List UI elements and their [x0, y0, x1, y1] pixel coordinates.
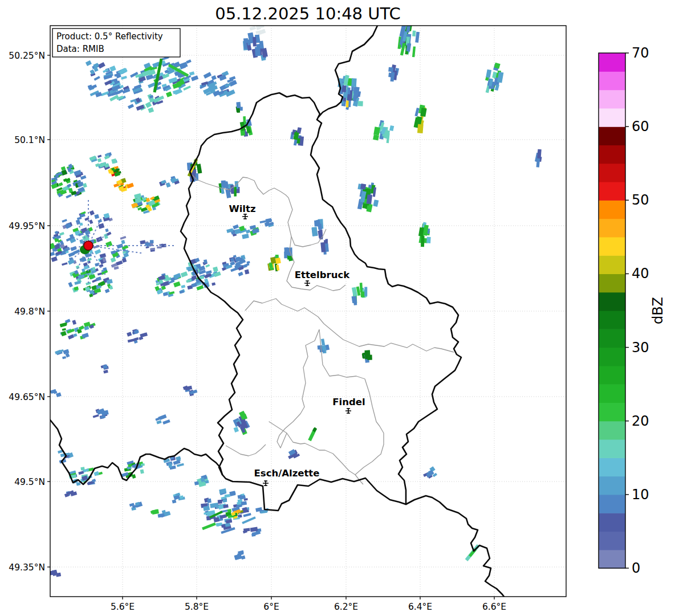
echo-cell	[161, 285, 166, 290]
echo-cell	[388, 67, 393, 72]
echo-cell	[105, 289, 110, 293]
y-tick-label: 49.35°N	[9, 562, 45, 573]
echo-cell	[246, 261, 250, 264]
echo-cell	[237, 502, 241, 505]
district-border-belt	[245, 299, 454, 352]
colorbar-tick-label: 50	[632, 192, 649, 208]
y-tick-label: 49.5°N	[14, 477, 45, 487]
echo-cell	[95, 249, 101, 255]
echo-cell	[255, 47, 261, 56]
echo-cell	[127, 183, 134, 189]
colorbar-tick-label: 70	[632, 45, 649, 61]
echo-cell	[145, 102, 152, 108]
district-border-north	[189, 172, 288, 198]
city-marker-icon	[263, 480, 269, 486]
x-tick-label: 6°E	[263, 602, 279, 612]
echo-cell	[80, 175, 87, 180]
echo-cell	[218, 500, 222, 504]
echo-streak	[242, 517, 255, 523]
colorbar-segment	[599, 255, 625, 274]
echo-cell	[128, 104, 134, 109]
echo-cell	[260, 221, 266, 223]
echo-cell	[76, 482, 81, 486]
echo-cell	[236, 102, 241, 108]
echo-cell	[103, 370, 108, 374]
colorbar-segment	[599, 53, 625, 72]
colorbar-axis-label: dBZ	[650, 297, 666, 324]
y-tick-label: 49.65°N	[9, 392, 45, 402]
echo-cell	[238, 272, 243, 276]
colorbar-tick-label: 40	[632, 266, 649, 282]
echo-cell	[148, 107, 154, 113]
colorbar-tick-label: 0	[632, 560, 640, 576]
echo-cell	[150, 240, 154, 243]
city-label: Esch/Alzette	[254, 468, 320, 479]
echo-cell	[156, 420, 161, 424]
echo-cell	[62, 328, 66, 331]
echo-cell	[68, 282, 72, 287]
echo-cell	[59, 232, 64, 236]
colorbar-segment	[599, 384, 625, 403]
colorbar-segment	[599, 366, 625, 385]
colorbar-segment	[599, 200, 625, 219]
colorbar-segment	[599, 348, 625, 366]
echo-cell	[97, 154, 101, 158]
echo-cell	[426, 237, 431, 243]
y-tick-label: 50.1°N	[14, 135, 45, 145]
echo-cell	[360, 183, 366, 190]
echo-cell	[121, 240, 125, 244]
echo-cell	[78, 471, 84, 475]
echo-cell	[94, 76, 100, 80]
echo-cell	[150, 248, 155, 250]
echo-cell	[249, 26, 256, 31]
echo-cell	[213, 267, 218, 272]
echo-streak	[314, 428, 316, 431]
radar-map-page: 05.12.2025 10:48 UTC WiltzEttelbruckFind…	[0, 0, 675, 616]
city-label: Wiltz	[229, 203, 255, 214]
x-tick-label: 6.2°E	[334, 602, 358, 612]
echo-cell	[140, 469, 144, 474]
echo-cell	[227, 509, 231, 512]
echo-cell	[212, 282, 215, 285]
x-tick-label: 5.6°E	[111, 602, 135, 612]
district-borders	[189, 172, 454, 484]
echo-streak	[202, 524, 215, 529]
echo-cell	[186, 59, 191, 64]
echo-cell	[90, 210, 95, 215]
colorbar-segment	[599, 219, 625, 238]
x-tick-label: 6.4°E	[408, 602, 432, 612]
echo-cell	[58, 182, 63, 186]
echo-cell	[189, 71, 194, 76]
echo-cell	[61, 331, 67, 336]
echo-cell	[172, 500, 177, 504]
echo-cell	[68, 259, 75, 265]
echo-cell	[415, 32, 420, 43]
echo-cell	[486, 70, 491, 78]
echo-cell	[230, 268, 237, 272]
colorbar-segment	[599, 292, 625, 311]
echo-cell	[111, 158, 117, 164]
echo-cell	[161, 180, 166, 184]
colorbar-segment	[599, 476, 625, 495]
luxembourg-border	[181, 93, 461, 511]
echo-cell	[229, 491, 235, 496]
info-box-data-source: Data: RMIB	[56, 44, 104, 54]
echo-cell	[234, 229, 241, 234]
echo-cell	[136, 104, 145, 111]
colorbar-tick-label: 20	[632, 413, 649, 429]
x-tick-label: 6.6°E	[482, 602, 506, 612]
echo-cell	[364, 350, 370, 359]
echo-cell	[181, 285, 185, 288]
echo-cell	[206, 270, 212, 274]
colorbar-segment	[599, 513, 625, 532]
echo-cell	[93, 414, 99, 418]
echo-cell	[234, 427, 239, 433]
echo-cell	[89, 219, 93, 224]
echo-cell	[207, 499, 212, 503]
echo-cell	[100, 253, 107, 258]
colorbar-segment	[599, 182, 625, 201]
echo-cell	[162, 74, 169, 79]
echo-cell	[98, 62, 105, 68]
y-tick-label: 49.95°N	[9, 221, 45, 231]
city-label: Ettelbruck	[295, 270, 350, 280]
